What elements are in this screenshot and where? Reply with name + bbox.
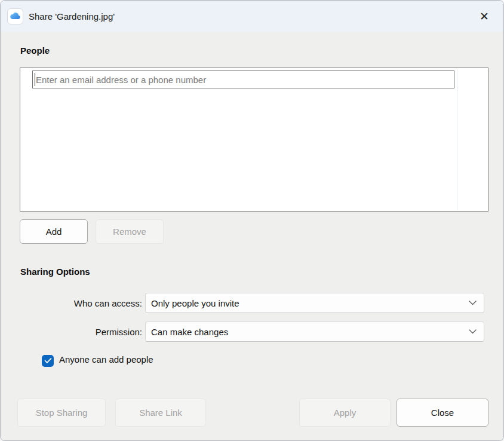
sharing-options-section-label: Sharing Options (20, 267, 90, 277)
titlebar: Share 'Gardening.jpg' ✕ (1, 1, 503, 32)
who-can-access-label: Who can access: (20, 293, 142, 313)
checkmark-icon (44, 356, 52, 366)
stop-sharing-button[interactable]: Stop Sharing (17, 399, 106, 427)
text-caret (35, 73, 35, 86)
chevron-down-icon (469, 301, 477, 305)
remove-button[interactable]: Remove (96, 219, 164, 244)
people-list[interactable] (20, 68, 488, 212)
anyone-can-add-people-checkbox[interactable] (42, 355, 54, 367)
window-title: Share 'Gardening.jpg' (29, 11, 115, 22)
share-link-button[interactable]: Share Link (115, 399, 206, 427)
who-can-access-dropdown[interactable]: Only people you invite (145, 293, 484, 313)
share-dialog: Share 'Gardening.jpg' ✕ People Add Remov… (0, 0, 504, 441)
permission-label: Permission: (20, 321, 142, 342)
people-section-label: People (20, 45, 50, 56)
add-button[interactable]: Add (20, 219, 88, 244)
close-icon[interactable]: ✕ (474, 5, 495, 27)
close-button[interactable]: Close (397, 399, 488, 427)
email-input[interactable] (32, 71, 454, 88)
icloud-cloud-icon (7, 8, 23, 24)
who-can-access-value: Only people you invite (151, 298, 239, 308)
list-column-separator (457, 69, 457, 210)
permission-value: Can make changes (151, 327, 228, 337)
chevron-down-icon (469, 329, 477, 334)
anyone-can-add-people-label: Anyone can add people (59, 354, 153, 365)
apply-button[interactable]: Apply (299, 399, 391, 427)
permission-dropdown[interactable]: Can make changes (145, 321, 484, 342)
